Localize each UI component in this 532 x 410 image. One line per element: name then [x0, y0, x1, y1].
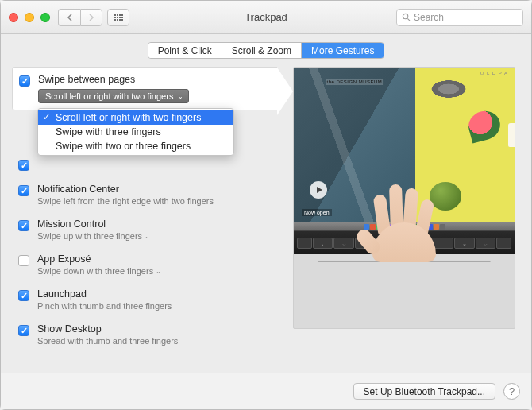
right-page-label: O L D P A [480, 71, 508, 75]
setup-bluetooth-trackpad-button[interactable]: Set Up Bluetooth Trackpad... [353, 383, 495, 400]
swipe-between-pages-dropdown-menu: ✓Scroll left or right with two fingers S… [37, 108, 234, 156]
now-open-label: Now open [302, 209, 332, 216]
app-expose-subtitle[interactable]: Swipe down with three fingers⌄ [37, 266, 277, 276]
bottle-icon [508, 123, 515, 147]
chevron-right-icon [88, 14, 94, 21]
notification-center-title: Notification Center [37, 184, 277, 195]
app-expose-item: App Exposé Swipe down with three fingers… [15, 247, 277, 282]
titlebar: Trackpad Search [1, 1, 531, 34]
svg-line-1 [407, 18, 410, 21]
tab-bar: Point & Click Scroll & Zoom More Gesture… [1, 34, 531, 67]
zoom-window-button[interactable] [40, 13, 50, 22]
dropdown-selected-label: Scroll left or right with two fingers [45, 91, 173, 101]
launchpad-subtitle: Pinch with thumb and three fingers [37, 301, 277, 311]
footer: Set Up Bluetooth Trackpad... ? [1, 373, 531, 409]
launchpad-checkbox[interactable] [18, 290, 29, 301]
show-desktop-title: Show Desktop [37, 323, 277, 335]
tab-point-and-click[interactable]: Point & Click [148, 43, 222, 58]
checkmark-icon: ✓ [43, 112, 50, 122]
tab-segment: Point & Click Scroll & Zoom More Gesture… [148, 42, 385, 59]
swipe-between-pages-dropdown[interactable]: Scroll left or right with two fingers ⌄ [38, 89, 189, 103]
chevron-down-icon: ⌄ [156, 268, 161, 275]
content-area: Swipe between pages Scroll left or right… [1, 67, 531, 352]
show-desktop-subtitle: Spread with thumb and three fingers [37, 336, 277, 346]
tab-more-gestures[interactable]: More Gestures [302, 43, 384, 58]
notification-center-subtitle: Swipe left from the right edge with two … [37, 196, 277, 206]
show-desktop-checkbox[interactable] [18, 325, 29, 336]
search-placeholder: Search [414, 12, 444, 23]
tab-scroll-and-zoom[interactable]: Scroll & Zoom [222, 43, 302, 58]
swipe-between-pages-title: Swipe between pages [38, 74, 277, 85]
dropdown-option-three-fingers[interactable]: Swipe with three fingers [38, 125, 233, 139]
notification-center-checkbox[interactable] [18, 185, 29, 196]
chevron-down-icon: ⌄ [178, 93, 183, 100]
search-field[interactable]: Search [396, 9, 523, 26]
launchpad-item: Launchpad Pinch with thumb and three fin… [15, 282, 277, 317]
nav-buttons [58, 9, 102, 26]
help-button[interactable]: ? [503, 383, 520, 400]
play-icon [310, 181, 327, 199]
watermelon-icon [465, 107, 503, 143]
gestures-list: Swipe between pages Scroll left or right… [15, 67, 277, 352]
show-all-button[interactable] [107, 9, 129, 26]
dropdown-option-two-fingers[interactable]: ✓Scroll left or right with two fingers [38, 110, 233, 125]
notification-center-item: Notification Center Swipe left from the … [15, 177, 277, 212]
launchpad-title: Launchpad [37, 288, 277, 300]
swipe-between-pages-item: Swipe between pages Scroll left or right… [12, 67, 277, 110]
app-expose-title: App Exposé [37, 253, 277, 265]
mission-control-item: Mission Control Swipe up with three fing… [15, 212, 277, 247]
search-icon [402, 13, 411, 21]
forward-button[interactable] [80, 9, 102, 26]
chevron-down-icon: ⌄ [145, 233, 150, 240]
mission-control-checkbox[interactable] [18, 220, 29, 231]
mission-control-subtitle[interactable]: Swipe up with three fingers⌄ [37, 231, 277, 241]
close-window-button[interactable] [9, 13, 18, 22]
grid-icon [114, 14, 123, 21]
trackpad-preferences-window: Trackpad Search Point & Click Scroll & Z… [0, 0, 532, 410]
hand-icon [357, 195, 452, 262]
chevron-left-icon [67, 14, 73, 21]
mission-control-title: Mission Control [37, 219, 277, 230]
minimize-window-button[interactable] [25, 13, 34, 22]
hidden-item-checkbox[interactable] [18, 160, 29, 171]
gesture-preview-video: the DESIGN MUSEUM Now open O L D P A ∧⌥⌘… [293, 67, 515, 329]
svg-point-0 [403, 14, 407, 18]
museum-logo: the DESIGN MUSEUM [326, 79, 384, 85]
window-controls [9, 13, 50, 22]
show-desktop-item: Show Desktop Spread with thumb and three… [15, 317, 277, 352]
window-title: Trackpad [245, 11, 287, 23]
dropdown-option-two-or-three-fingers[interactable]: Swipe with two or three fingers [38, 139, 233, 153]
app-expose-checkbox[interactable] [18, 255, 29, 266]
swipe-between-pages-checkbox[interactable] [19, 75, 30, 87]
back-button[interactable] [58, 9, 80, 26]
